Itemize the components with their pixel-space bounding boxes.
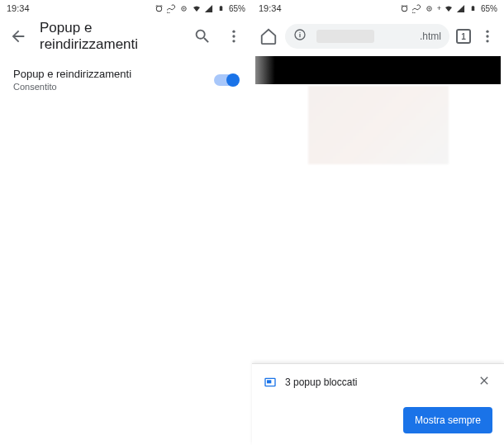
url-blurred <box>316 30 374 43</box>
page-title: Popup e reindirizzamenti <box>40 20 181 53</box>
action-row: Mostra sempre <box>252 400 504 445</box>
svg-rect-8 <box>473 6 474 7</box>
status-icons: 65% <box>155 3 245 13</box>
setting-text: Popup e reindirizzamenti Consentito <box>13 68 131 92</box>
setting-title: Popup e reindirizzamenti <box>13 68 131 80</box>
more-button[interactable] <box>224 26 244 46</box>
svg-point-4 <box>232 35 235 37</box>
popup-setting-row[interactable]: Popup e reindirizzamenti Consentito <box>0 56 252 103</box>
wifi-icon <box>444 3 454 13</box>
signal-icon <box>204 3 214 13</box>
svg-rect-2 <box>221 6 222 7</box>
search-button[interactable] <box>193 26 212 46</box>
url-suffix: .html <box>384 31 442 42</box>
status-bar: 19:34 65% <box>0 0 252 17</box>
settings-app-bar: Popup e reindirizzamenti <box>0 17 252 56</box>
tab-switcher[interactable]: 1 <box>456 29 471 44</box>
popup-blocked-icon <box>264 376 277 389</box>
home-button[interactable] <box>259 26 278 46</box>
back-button[interactable] <box>8 26 28 46</box>
vibrate-icon <box>425 3 435 13</box>
more-button[interactable] <box>478 26 497 46</box>
battery-icon <box>468 3 478 13</box>
battery-pct: 65% <box>481 4 497 13</box>
svg-point-12 <box>486 40 488 42</box>
popup-toggle[interactable] <box>214 74 239 86</box>
svg-point-11 <box>486 35 488 37</box>
wifi-icon <box>192 3 202 13</box>
popup-message: 3 popup bloccati <box>285 376 468 388</box>
wifi-plus-icon: + <box>437 4 441 12</box>
svg-point-10 <box>486 31 488 33</box>
alarm-icon <box>400 3 410 13</box>
browser-screen: 19:34 + 65% .html 1 <box>252 0 504 445</box>
popup-blocked-panel: 3 popup bloccati Mostra sempre <box>252 363 504 445</box>
popup-info-bar: 3 popup bloccati <box>252 364 504 400</box>
battery-pct: 65% <box>229 4 245 13</box>
settings-screen: 19:34 65% Popup e reindirizzamenti Popup… <box>0 0 252 445</box>
status-icons: + 65% <box>400 3 497 13</box>
browser-toolbar: .html 1 <box>252 17 504 56</box>
svg-rect-7 <box>472 7 475 11</box>
svg-point-3 <box>232 31 235 33</box>
show-always-button[interactable]: Mostra sempre <box>403 407 492 433</box>
battery-icon <box>216 3 226 13</box>
setting-subtitle: Consentito <box>13 82 131 92</box>
alarm-icon <box>155 3 164 13</box>
svg-rect-1 <box>220 7 223 11</box>
status-time: 19:34 <box>259 3 282 13</box>
signal-icon <box>456 3 466 13</box>
svg-point-5 <box>232 40 235 42</box>
vibrate-icon <box>179 3 189 13</box>
info-icon[interactable] <box>293 28 307 45</box>
page-header-bar <box>255 56 501 84</box>
status-bar: 19:34 + 65% <box>252 0 504 17</box>
toggle-knob <box>226 73 240 87</box>
svg-rect-14 <box>267 380 271 383</box>
link-icon <box>412 3 422 13</box>
url-bar[interactable]: .html <box>285 24 449 49</box>
link-icon <box>167 3 177 13</box>
status-time: 19:34 <box>7 3 30 13</box>
page-image-placeholder <box>308 86 449 164</box>
close-button[interactable] <box>476 374 492 391</box>
